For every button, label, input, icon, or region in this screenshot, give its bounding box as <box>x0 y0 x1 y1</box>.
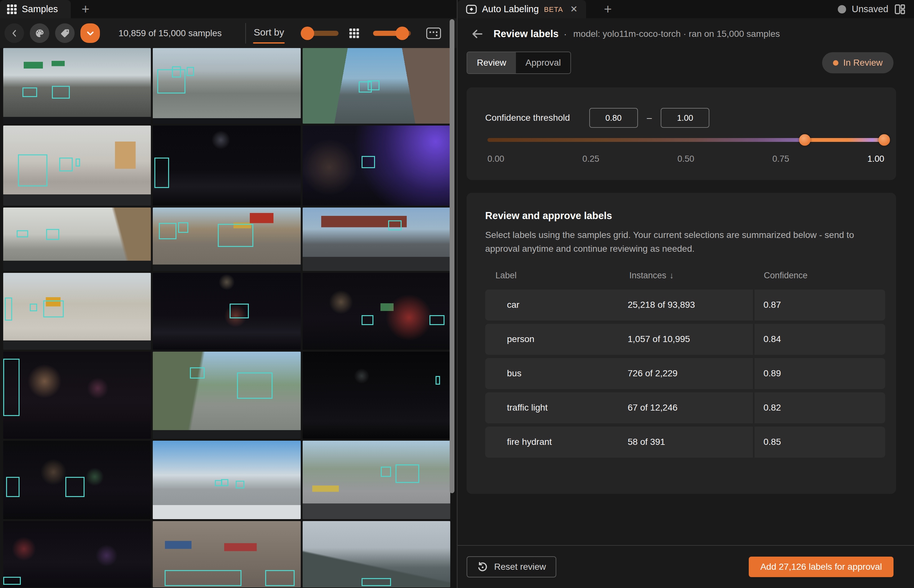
resolution-slider[interactable] <box>301 27 339 40</box>
tick-label: 0.00 <box>488 154 504 164</box>
sample-tile[interactable] <box>3 441 151 519</box>
sample-tile[interactable] <box>303 352 450 439</box>
sample-tile[interactable] <box>3 273 151 350</box>
sample-tile[interactable] <box>153 48 300 124</box>
threshold-row: Confidence threshold – <box>467 87 896 128</box>
tag-samples-button[interactable] <box>55 23 74 43</box>
slider-thumb[interactable] <box>301 27 314 40</box>
sample-tile[interactable] <box>303 126 450 205</box>
color-settings-button[interactable] <box>30 23 49 43</box>
label-cell: fire hydrant <box>485 437 626 447</box>
back-button[interactable] <box>470 27 484 41</box>
threshold-max-input[interactable] <box>660 108 709 128</box>
sort-by-button[interactable]: Sort by <box>254 27 284 40</box>
mode-row: Review Approval In Review <box>458 45 914 74</box>
label-cell: person <box>485 334 626 344</box>
tab-samples[interactable]: Samples <box>0 0 71 18</box>
slider-track[interactable] <box>488 138 884 142</box>
detection-box <box>381 467 391 477</box>
label-table: car 25,218 of 93,893 0.87 person 1,057 o… <box>485 289 885 458</box>
expand-filters-button[interactable] <box>81 23 100 43</box>
detection-box <box>76 158 80 166</box>
zoom-slider[interactable] <box>373 27 411 40</box>
detection-box <box>46 229 60 240</box>
sample-tile[interactable] <box>153 273 300 350</box>
status-badge[interactable]: In Review <box>822 52 893 73</box>
layout-split-icon[interactable] <box>894 3 906 15</box>
detection-box <box>23 87 37 97</box>
sample-tile[interactable] <box>153 352 300 439</box>
label-row[interactable]: traffic light 67 of 12,246 0.82 <box>485 393 885 423</box>
detection-box <box>154 158 169 188</box>
label-cell: car <box>485 300 626 310</box>
display-options-icon[interactable] <box>426 27 441 39</box>
sample-tile[interactable] <box>3 126 151 205</box>
model-subtitle: model: yolo11m-coco-torch · ran on 15,00… <box>573 29 780 39</box>
slider-thumb-high[interactable] <box>878 134 890 146</box>
beta-badge: BETA <box>544 5 563 14</box>
sample-tile[interactable] <box>303 441 450 519</box>
tab-auto-labeling[interactable]: Auto Labeling BETA ✕ <box>458 0 586 18</box>
reset-icon <box>477 561 488 573</box>
sample-tile[interactable] <box>303 48 450 124</box>
tab-review[interactable]: Review <box>467 52 516 73</box>
slider-thumb-low[interactable] <box>799 134 811 146</box>
detection-box <box>165 570 241 586</box>
label-cell: traffic light <box>485 402 626 413</box>
samples-panel: Samples + 10,859 of 15,000 samples Sort … <box>0 0 457 588</box>
add-panel-button[interactable]: + <box>73 0 98 18</box>
sample-tile[interactable] <box>3 48 151 124</box>
label-row[interactable]: person 1,057 of 10,995 0.84 <box>485 324 885 355</box>
detection-box <box>3 359 19 416</box>
detection-box <box>237 373 273 399</box>
threshold-slider: 0.000.250.500.751.00 <box>488 138 884 164</box>
title-separator: · <box>564 29 567 39</box>
slider-thumb[interactable] <box>396 27 409 40</box>
sample-tile[interactable] <box>153 441 300 519</box>
close-tab-button[interactable]: ✕ <box>570 4 577 15</box>
sample-tile[interactable] <box>153 126 300 205</box>
sample-tile[interactable] <box>3 521 151 587</box>
sample-tile[interactable] <box>303 273 450 350</box>
column-confidence: Confidence <box>761 271 885 281</box>
detection-box <box>3 577 21 585</box>
sample-tile[interactable] <box>3 352 151 439</box>
tab-approval[interactable]: Approval <box>516 52 571 73</box>
palette-icon <box>35 28 45 39</box>
grid-scrollbar[interactable] <box>450 19 454 493</box>
detection-box <box>18 154 47 186</box>
table-header: Label Instances↓ Confidence <box>485 271 885 289</box>
back-button[interactable] <box>5 23 24 43</box>
sample-tile[interactable] <box>3 208 151 271</box>
detection-box <box>362 315 373 325</box>
detection-box <box>65 477 84 498</box>
detection-box <box>172 66 181 78</box>
add-labels-button[interactable]: Add 27,126 labels for approval <box>749 557 893 577</box>
sample-tile[interactable] <box>153 521 300 587</box>
sample-tile[interactable] <box>303 208 450 271</box>
reset-review-button[interactable]: Reset review <box>467 556 556 577</box>
label-row[interactable]: bus 726 of 2,229 0.89 <box>485 358 885 389</box>
status-dot-icon <box>833 60 838 66</box>
auto-labeling-panel: Auto Labeling BETA ✕ + Unsaved Review la… <box>457 0 914 588</box>
add-panel-button[interactable]: + <box>596 0 620 18</box>
slider-tick-labels: 0.000.250.500.751.00 <box>488 154 884 164</box>
threshold-min-input[interactable] <box>589 108 638 128</box>
sample-count: 10,859 of 15,000 samples <box>118 28 221 39</box>
sample-tile[interactable] <box>153 208 300 271</box>
column-label: Label <box>485 271 626 281</box>
column-instances[interactable]: Instances↓ <box>626 271 761 281</box>
label-row[interactable]: car 25,218 of 93,893 0.87 <box>485 289 885 321</box>
grid-size-icon[interactable] <box>349 29 359 38</box>
save-status: Unsaved <box>838 0 914 18</box>
app-window: Samples + 10,859 of 15,000 samples Sort … <box>0 0 914 588</box>
instances-cell: 58 of 391 <box>626 437 761 447</box>
section-description: Select labels using the samples grid. Yo… <box>485 228 885 256</box>
page-title: Review labels <box>494 28 559 40</box>
label-row[interactable]: fire hydrant 58 of 391 0.85 <box>485 426 885 458</box>
detection-box <box>221 479 228 486</box>
detection-box <box>17 230 29 237</box>
sample-tile[interactable] <box>303 521 450 587</box>
samples-toolbar: 10,859 of 15,000 samples Sort by <box>0 18 457 48</box>
threshold-label: Confidence threshold <box>485 113 570 123</box>
